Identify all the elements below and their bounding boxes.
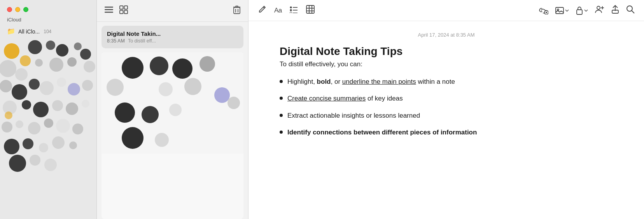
lock-button[interactable] (576, 6, 588, 15)
svg-point-0 (4, 43, 19, 59)
svg-point-26 (2, 122, 12, 132)
notes-list-panel: Digital Note Takin... 8:35 AM To distill… (97, 0, 248, 219)
notes-toolbar-left (105, 5, 128, 16)
svg-point-30 (56, 119, 70, 133)
svg-point-65 (115, 102, 135, 123)
sidebar-item-all-icloud[interactable]: 📁 All iClo... 104 (0, 25, 96, 38)
bullet-text-3: Extract actionable insights or lessons l… (287, 111, 420, 121)
svg-point-8 (15, 68, 28, 81)
smart-link-button[interactable] (538, 7, 548, 14)
bullet-dot-4 (280, 131, 283, 134)
svg-point-16 (40, 81, 54, 95)
svg-point-88 (597, 6, 600, 9)
share-button[interactable] (611, 5, 619, 16)
svg-rect-77 (306, 5, 314, 13)
maximize-button[interactable] (23, 7, 28, 12)
bullet-item-1: Highlight, bold, or underline the main p… (280, 77, 613, 87)
bullet-dot-1 (280, 80, 283, 83)
list-view-button[interactable] (105, 6, 113, 15)
svg-point-60 (214, 87, 230, 103)
svg-point-58 (172, 58, 192, 79)
editor-toolbar-left: Aa (258, 5, 315, 16)
svg-point-31 (72, 124, 83, 134)
svg-point-18 (68, 83, 80, 95)
svg-point-10 (49, 58, 63, 72)
svg-point-68 (122, 127, 144, 149)
sidebar-image-area (0, 39, 96, 219)
search-button[interactable] (626, 5, 635, 16)
svg-point-35 (52, 136, 65, 149)
svg-point-73 (290, 9, 292, 11)
checklist-button[interactable] (290, 5, 298, 15)
svg-point-27 (16, 120, 23, 128)
svg-point-67 (169, 104, 182, 116)
svg-point-17 (57, 78, 66, 87)
svg-point-4 (56, 44, 68, 57)
svg-point-24 (66, 102, 78, 115)
minimize-button[interactable] (15, 7, 20, 12)
svg-rect-45 (124, 6, 128, 9)
bullet-item-4: Identify connections between different p… (280, 127, 613, 138)
editor-date: April 17, 2024 at 8:35 AM (280, 32, 613, 38)
editor-title[interactable]: Digital Note Taking Tips (280, 45, 613, 58)
bullet-item-2: Create concise summaries of key ideas (280, 94, 613, 104)
svg-point-38 (30, 155, 40, 166)
svg-point-37 (9, 155, 26, 172)
svg-rect-43 (105, 12, 113, 13)
svg-point-64 (184, 78, 201, 95)
svg-point-12 (84, 61, 95, 72)
svg-point-61 (228, 97, 240, 109)
bold-text-4: Identify connections between different p… (287, 129, 477, 136)
underline-text-1: underline the main points (342, 78, 416, 85)
compose-button[interactable] (258, 5, 266, 16)
svg-point-13 (0, 80, 12, 92)
svg-point-15 (29, 79, 40, 90)
bullet-text-2: Create concise summaries of key ideas (287, 94, 403, 104)
icloud-label: iCloud (0, 17, 96, 25)
icloud-badge: 104 (44, 29, 51, 34)
svg-point-22 (33, 102, 49, 117)
grid-view-button[interactable] (119, 5, 128, 16)
add-collaborator-button[interactable] (595, 5, 604, 16)
svg-line-93 (632, 11, 634, 13)
bullet-dot-2 (280, 97, 283, 100)
svg-point-29 (44, 118, 53, 128)
svg-point-7 (0, 60, 16, 77)
delete-button[interactable] (233, 5, 240, 16)
media-button[interactable] (555, 7, 569, 14)
svg-point-63 (159, 82, 173, 96)
svg-rect-46 (120, 11, 123, 14)
svg-point-32 (4, 139, 19, 154)
font-button[interactable]: Aa (274, 7, 282, 14)
svg-point-33 (23, 138, 33, 149)
note-list-item[interactable]: Digital Note Takin... 8:35 AM To distill… (102, 26, 243, 48)
notes-toolbar (97, 0, 248, 22)
svg-rect-44 (120, 6, 123, 9)
table-button[interactable] (306, 5, 315, 16)
close-button[interactable] (7, 7, 12, 12)
bullet-text-4: Identify connections between different p… (287, 127, 477, 138)
note-list-item-title: Digital Note Takin... (107, 30, 238, 37)
svg-rect-42 (105, 9, 113, 11)
svg-point-9 (35, 59, 43, 67)
svg-point-39 (44, 159, 57, 171)
svg-point-56 (122, 57, 144, 79)
underline-text-2: Create concise summaries (287, 95, 366, 102)
bold-text-1: bold (317, 78, 331, 85)
editor-toolbar-right (538, 5, 635, 16)
svg-point-25 (82, 100, 89, 108)
svg-point-3 (46, 41, 55, 50)
editor-pane: Aa (248, 0, 644, 219)
svg-point-2 (28, 40, 42, 54)
svg-point-21 (22, 100, 31, 110)
folder-icon: 📁 (7, 27, 15, 35)
note-list-item-preview: To distill eff... (128, 38, 156, 44)
svg-point-28 (28, 122, 40, 134)
svg-point-57 (150, 57, 168, 75)
bullet-item-3: Extract actionable insights or lessons l… (280, 111, 613, 121)
svg-rect-48 (234, 7, 240, 14)
svg-point-19 (82, 80, 93, 91)
note-list-item-meta: 8:35 AM To distill eff... (107, 38, 238, 44)
svg-line-70 (263, 7, 264, 8)
note-list-image-item[interactable] (102, 52, 243, 219)
